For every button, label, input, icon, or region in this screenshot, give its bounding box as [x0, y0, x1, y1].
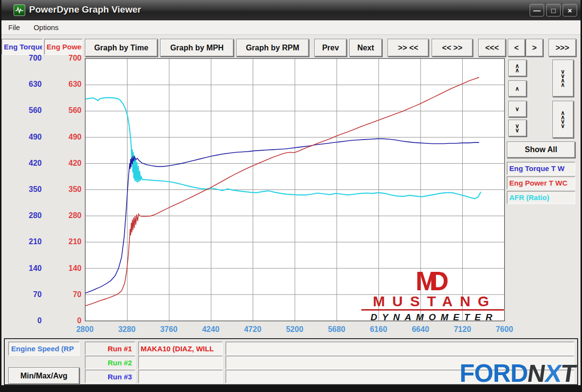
y-axis-tick: 490: [49, 132, 81, 142]
minimize-button[interactable]: —: [530, 4, 544, 16]
scroll-left-button[interactable]: <: [508, 39, 525, 57]
y-axis-tick: 280: [10, 211, 42, 220]
y-axis-tick: 490: [10, 132, 42, 142]
legend-item-torque[interactable]: Eng Torque T W: [507, 162, 575, 175]
window-title: PowerDyne Graph Viewer: [29, 4, 141, 15]
close-button[interactable]: ×: [563, 4, 577, 16]
run-2-button[interactable]: Run #2: [85, 356, 135, 369]
y-axis-tick: 70: [49, 290, 81, 299]
run-1-info-box: [226, 342, 574, 355]
zoom-in-x-button[interactable]: >> <<: [388, 39, 429, 57]
y-axis-tick: 140: [10, 264, 42, 273]
graph-by-time-button[interactable]: Graph by Time: [85, 39, 158, 57]
app-icon: [14, 4, 25, 16]
run-3-info-box: [226, 370, 574, 383]
y-axis-tick: 350: [10, 185, 42, 194]
x-axis-tick: 6160: [370, 325, 388, 334]
window-controls: — □ ×: [530, 4, 577, 16]
y-axis-tick: 210: [10, 237, 42, 247]
y-axis-tick: 420: [10, 158, 42, 168]
run-3-name-box: [138, 370, 223, 383]
y-axis-tick: 560: [10, 106, 42, 115]
y-axis-tick: 0: [49, 316, 81, 326]
scroll-left-fast-button[interactable]: <<<: [478, 39, 506, 57]
scroll-up-button[interactable]: ∧: [508, 80, 527, 97]
y-axis-tick: 140: [49, 264, 81, 273]
run-1-button[interactable]: Run #1: [85, 342, 135, 355]
x-axis-tick: 4240: [202, 325, 220, 334]
scroll-down-button[interactable]: ∨: [508, 101, 527, 117]
legend-item-power[interactable]: Eng Power T WC: [507, 176, 575, 189]
x-axis-tick: 5680: [328, 325, 345, 334]
run-2-name-box: [138, 356, 223, 369]
zoom-out-y-button[interactable]: ∧ ∧ ∨ ∨: [552, 101, 574, 138]
eng-power-toggle[interactable]: Eng Power: [44, 39, 82, 55]
scroll-right-button[interactable]: >: [526, 39, 543, 57]
graph-by-rpm-button[interactable]: Graph by RPM: [236, 39, 309, 57]
scroll-up-fast-button[interactable]: ∧ ∧: [508, 60, 527, 77]
x-axis-tick: 3280: [118, 325, 136, 334]
x-axis-tick: 7600: [496, 325, 513, 334]
scroll-right-fast-button[interactable]: >>>: [549, 39, 576, 57]
y-axis-tick: 280: [49, 211, 81, 220]
x-axis-tick: 7120: [454, 325, 471, 334]
show-all-button[interactable]: Show All: [507, 141, 575, 158]
min-max-avg-button[interactable]: Min/Max/Avg: [8, 367, 80, 384]
menu-options[interactable]: Options: [27, 23, 65, 31]
graph-by-mph-button[interactable]: Graph by MPH: [160, 39, 234, 57]
y-axis-tick: 420: [49, 158, 81, 168]
y-axis-tick: 630: [49, 79, 81, 89]
menu-bar: File Options: [1, 20, 581, 35]
x-axis-tick: 4720: [244, 325, 261, 334]
x-axis-tick: 2800: [76, 325, 94, 334]
run-2-info-box: [226, 356, 574, 369]
scroll-down-fast-button[interactable]: ∨ ∨: [508, 120, 527, 137]
x-axis-tick: 6640: [412, 325, 429, 334]
app-window: PowerDyne Graph Viewer — □ × File Option…: [0, 0, 582, 392]
y-axis-tick: 700: [10, 53, 42, 63]
y-axis-tick: 0: [10, 316, 42, 326]
y-axis-tick: 210: [49, 237, 81, 247]
dyno-chart: [85, 59, 504, 321]
x-axis-tick: 5200: [286, 325, 304, 334]
window-frame-bottom: [0, 385, 582, 392]
run-1-name-box: MAKA10 (DIAZ, WILL: [138, 342, 223, 355]
y-axis-power-labels: 070140210280350420490560630700: [49, 58, 81, 321]
y-axis-tick: 700: [49, 53, 81, 63]
next-button[interactable]: Next: [349, 39, 382, 57]
zoom-in-y-button[interactable]: ∨ ∨ ∧ ∧: [552, 60, 574, 97]
y-axis-tick: 630: [10, 79, 42, 89]
zoom-out-x-button[interactable]: << >>: [432, 39, 473, 57]
menu-file[interactable]: File: [1, 23, 27, 31]
eng-torque-toggle[interactable]: Eng Torque: [1, 39, 43, 55]
legend-item-afr[interactable]: AFR (Ratio): [507, 191, 575, 204]
title-bar[interactable]: PowerDyne Graph Viewer — □ ×: [0, 0, 582, 20]
y-axis-tick: 350: [49, 185, 81, 194]
prev-button[interactable]: Prev: [314, 39, 347, 57]
x-axis-tick: 3760: [160, 325, 178, 334]
window-frame-left: [0, 0, 1, 392]
run-3-button[interactable]: Run #3: [85, 370, 135, 383]
x-axis-channel-box[interactable]: Engine Speed (RP: [8, 342, 80, 356]
y-axis-torque-labels: 070140210280350420490560630700: [10, 58, 42, 321]
y-axis-tick: 560: [49, 106, 81, 115]
y-axis-tick: 70: [10, 290, 42, 299]
x-axis-rpm-labels: 2800328037604240472052005680616066407120…: [85, 325, 505, 337]
maximize-button[interactable]: □: [546, 4, 561, 16]
chart-plot-area[interactable]: [85, 58, 505, 321]
